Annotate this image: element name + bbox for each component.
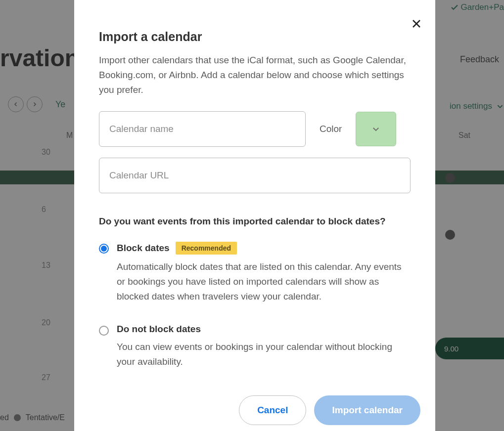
recommended-badge: Recommended [176,242,237,255]
close-button[interactable] [411,18,422,30]
option-description: Automatically block dates that are liste… [117,259,411,304]
option-do-not-block-dates: Do not block dates You can view events o… [99,324,411,369]
option-title: Do not block dates [117,324,201,335]
radio-do-not-block[interactable] [99,326,109,336]
option-title: Block dates [117,243,170,254]
import-calendar-modal: Import a calendar Import other calendars… [74,0,435,431]
calendar-url-input[interactable] [99,158,411,193]
color-label: Color [320,124,342,134]
modal-description: Import other calendars that use the iCal… [99,53,411,97]
calendar-name-input[interactable] [99,111,306,147]
modal-title: Import a calendar [99,30,411,44]
chevron-down-icon [371,125,380,133]
color-picker-dropdown[interactable] [356,112,396,146]
option-description: You can view events or bookings in your … [117,340,411,369]
import-button[interactable]: Import calendar [314,395,420,425]
option-block-dates: Block dates Recommended Automatically bl… [99,242,411,304]
modal-footer: Cancel Import calendar [239,395,420,425]
block-dates-question: Do you want events from this imported ca… [99,216,411,227]
close-icon [411,18,422,30]
radio-block-dates[interactable] [99,244,109,254]
cancel-button[interactable]: Cancel [239,395,306,425]
